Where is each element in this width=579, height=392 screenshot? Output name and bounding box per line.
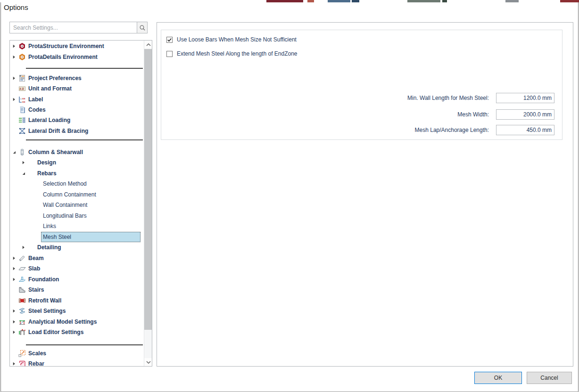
- tree-item-longitudinal-bars[interactable]: Longitudinal Bars: [41, 211, 141, 221]
- use-loose-bars-label: Use Loose Bars When Mesh Size Not Suffic…: [177, 36, 297, 43]
- chevron-right-icon[interactable]: [11, 318, 17, 325]
- column-icon: [18, 148, 26, 156]
- tree-item-foundation[interactable]: Foundation: [10, 274, 59, 285]
- extend-mesh-steel-checkbox[interactable]: [166, 51, 173, 57]
- dialog-title: Options: [4, 3, 28, 11]
- extend-mesh-steel-label: Extend Mesh Steel Along the length of En…: [177, 50, 298, 57]
- search-button[interactable]: [137, 22, 147, 33]
- chevron-right-icon[interactable]: [11, 54, 17, 60]
- svg-text:xx: xx: [22, 100, 25, 103]
- tree-item-codes[interactable]: Codes: [10, 105, 46, 115]
- tree-item-unit-and-format[interactable]: #.0 Unit and Format: [10, 83, 72, 94]
- tree-item-protastructure-environment[interactable]: ProtaStructure Environment: [10, 41, 104, 51]
- tree-separator: [26, 344, 143, 345]
- tree-item-scales[interactable]: Scales: [10, 348, 46, 359]
- tree-item-slab[interactable]: Slab: [10, 263, 40, 274]
- tree-item-wall-containment[interactable]: Wall Containment: [41, 200, 141, 210]
- tree-separator: [26, 68, 143, 69]
- min-wall-length-row: Min. Wall Length for Mesh Steel:: [407, 93, 554, 103]
- mesh-lap-anchorage-label: Mesh Lap/Anchorage Length:: [415, 127, 489, 133]
- checkmark-icon: [167, 37, 172, 42]
- tree-scrollbar[interactable]: [144, 41, 152, 366]
- chevron-right-icon[interactable]: [20, 244, 27, 251]
- chevron-expanded-icon[interactable]: [11, 149, 17, 155]
- mesh-lap-anchorage-row: Mesh Lap/Anchorage Length:: [415, 125, 554, 135]
- search-input[interactable]: [10, 22, 137, 33]
- chevron-right-icon[interactable]: [20, 159, 27, 166]
- beam-icon: [18, 254, 26, 262]
- tree-item-column-shearwall[interactable]: Column & Shearwall: [10, 147, 83, 157]
- svg-text:xx: xx: [22, 97, 25, 100]
- tree-item-beam[interactable]: Beam: [10, 253, 44, 263]
- mesh-width-label: Mesh Width:: [457, 111, 489, 118]
- settings-tree: ProtaStructure Environment ProtaDetails …: [9, 40, 152, 367]
- tree-item-rebars[interactable]: Rebars: [10, 168, 57, 179]
- tree-item-project-preferences[interactable]: Project Preferences: [10, 73, 82, 83]
- svg-text:#.0: #.0: [19, 87, 24, 90]
- use-loose-bars-checkbox-row[interactable]: Use Loose Bars When Mesh Size Not Suffic…: [166, 36, 297, 43]
- label-icon: xxxx: [18, 96, 26, 104]
- tree-item-analytical-model-settings[interactable]: Analytical Model Settings: [10, 317, 97, 327]
- project-preferences-icon: [18, 74, 26, 82]
- mesh-steel-settings-panel: Use Loose Bars When Mesh Size Not Suffic…: [157, 22, 573, 367]
- analytical-model-icon: [18, 318, 26, 326]
- foundation-icon: [18, 276, 26, 284]
- retrofit-wall-icon: [18, 297, 26, 305]
- chevron-right-icon[interactable]: [11, 265, 17, 272]
- scrollbar-thumb[interactable]: [144, 49, 152, 330]
- protadetails-icon: [18, 53, 26, 61]
- rebar-icon: [18, 360, 26, 367]
- scroll-up-button[interactable]: [144, 41, 152, 49]
- tree-item-retrofit-wall[interactable]: Retrofit Wall: [10, 295, 61, 306]
- use-loose-bars-checkbox[interactable]: [166, 37, 173, 43]
- chevron-right-icon[interactable]: [11, 75, 17, 82]
- codes-icon: [18, 106, 26, 114]
- tree-item-stairs[interactable]: Stairs: [10, 285, 44, 295]
- chevron-right-icon[interactable]: [11, 43, 17, 49]
- chevron-right-icon[interactable]: [11, 308, 17, 314]
- load-editor-icon: [18, 328, 26, 336]
- min-wall-length-input[interactable]: [496, 93, 554, 103]
- tree-separator: [26, 139, 143, 140]
- chevron-right-icon[interactable]: [11, 96, 17, 103]
- tree-item-protadetails-environment[interactable]: ProtaDetails Environment: [10, 52, 98, 62]
- background-app-edge: [0, 0, 579, 2]
- tree-item-column-containment[interactable]: Column Containment: [41, 189, 141, 200]
- tree-item-load-editor-settings[interactable]: Load Editor Settings: [10, 327, 83, 337]
- stairs-icon: [18, 286, 26, 294]
- scales-icon: [18, 350, 26, 358]
- cancel-button[interactable]: Cancel: [527, 372, 572, 384]
- chevron-right-icon[interactable]: [11, 360, 17, 367]
- mesh-lap-anchorage-input[interactable]: [496, 125, 554, 135]
- search-settings-box: [9, 22, 148, 33]
- tree-item-mesh-steel-selected[interactable]: Mesh Steel: [41, 232, 141, 242]
- unit-format-icon: #.0: [18, 85, 26, 93]
- tree-item-lateral-loading[interactable]: Lateral Loading: [10, 115, 70, 125]
- mesh-steel-groupbox: Use Loose Bars When Mesh Size Not Suffic…: [161, 30, 562, 140]
- tree-item-links[interactable]: Links: [41, 221, 141, 231]
- search-icon: [139, 24, 146, 31]
- chevron-expanded-icon[interactable]: [20, 170, 27, 177]
- protastructure-icon: [18, 42, 26, 50]
- tree-item-label[interactable]: xxxx Label: [10, 94, 43, 105]
- chevron-right-icon[interactable]: [11, 255, 17, 261]
- chevron-right-icon[interactable]: [11, 329, 17, 335]
- mesh-width-row: Mesh Width:: [457, 109, 554, 120]
- extend-mesh-steel-checkbox-row[interactable]: Extend Mesh Steel Along the length of En…: [166, 50, 298, 57]
- chevron-right-icon[interactable]: [11, 276, 17, 283]
- tree-item-lateral-drift-bracing[interactable]: Lateral Drift & Bracing: [10, 126, 88, 136]
- lateral-drift-icon: [18, 127, 26, 135]
- ok-button[interactable]: OK: [474, 372, 522, 384]
- tree-item-detailing[interactable]: Detailing: [10, 242, 61, 253]
- tree-item-rebar[interactable]: Rebar: [10, 359, 44, 367]
- mesh-width-input[interactable]: [496, 109, 554, 120]
- tree-item-selection-method[interactable]: Selection Method: [41, 179, 141, 189]
- steel-settings-icon: [18, 307, 26, 315]
- tree-item-steel-settings[interactable]: Steel Settings: [10, 306, 66, 316]
- lateral-loading-icon: [18, 116, 26, 124]
- slab-icon: [18, 265, 26, 273]
- options-dialog: Options ProtaStructure Environment Prota…: [0, 0, 579, 392]
- scroll-down-button[interactable]: [144, 358, 152, 366]
- tree-item-design[interactable]: Design: [10, 157, 56, 168]
- window-border: [0, 2, 1, 392]
